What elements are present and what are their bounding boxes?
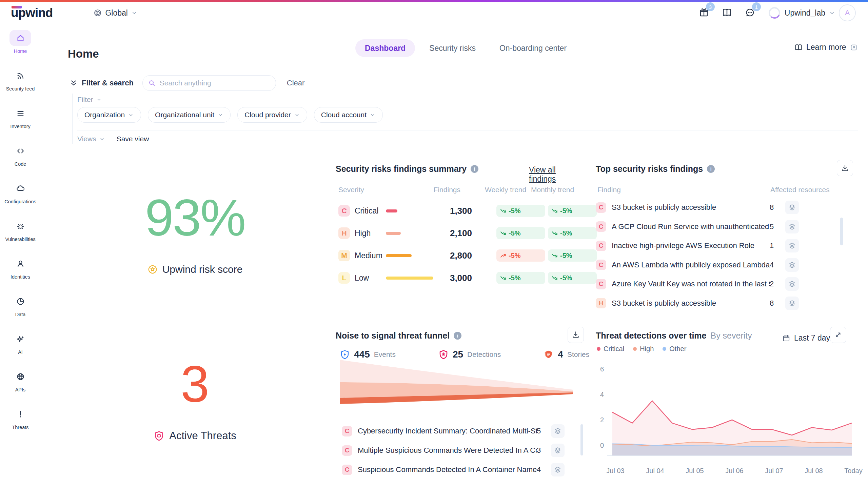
whats-new-button[interactable]: 3 [698,7,710,19]
upwind-logo[interactable]: upwind [11,6,53,20]
summary-col-findings: Findings [425,186,460,194]
view-all-findings-link[interactable]: View all findings [529,165,580,184]
sidebar-item[interactable]: APIs [0,368,41,402]
expand-button[interactable] [830,327,846,343]
book-icon [722,7,732,18]
clear-button[interactable]: Clear [287,79,305,87]
resources-button[interactable] [785,277,799,291]
sidebar-item-icon [9,67,31,84]
book-icon [794,43,803,52]
funnel-stat: 25 Detections [438,349,501,360]
tab-label: On-boarding center [499,44,567,53]
top-findings-col-finding: Finding [597,186,621,194]
story-row[interactable]: C Cybersecurity Incident Summary: Coordi… [342,422,565,440]
funnel-stat-value: 445 [354,349,370,360]
sidebar-item[interactable]: Code [0,143,41,176]
avatar[interactable]: A [839,4,856,21]
filter-dropdown[interactable]: Filter [77,96,102,104]
sidebar-item-icon [9,143,31,159]
findings-count: 1,300 [437,206,472,216]
resources-button[interactable] [551,424,565,438]
resources-button[interactable] [785,239,799,252]
layers-icon [788,280,796,288]
summary-row[interactable]: L Low 3,000 -5% -5% [336,268,597,287]
finding-text: A GCP Cloud Run Service with unauthentic… [612,222,770,231]
double-chevron-down-icon[interactable] [70,79,78,87]
stories-shield-icon [544,349,554,360]
sidebar-item[interactable]: Security feed [0,67,41,101]
docs-button[interactable] [722,7,733,19]
search-box[interactable] [142,75,276,91]
affected-resources-count: 1 [770,241,780,250]
sidebar-item[interactable]: AI [0,331,41,364]
severity-bar-track [386,232,437,235]
sidebar-item[interactable]: Vulnerabilities [0,218,41,251]
learn-more-button[interactable]: Learn more [794,43,858,52]
sidebar-item-label: Inventory [10,124,31,129]
expand-icon [834,330,843,339]
sidebar-item[interactable]: Home [0,30,41,63]
finding-row[interactable]: C A GCP Cloud Run Service with unauthent… [596,218,799,236]
sidebar-item[interactable]: Configurations [0,180,41,214]
filter-pill-label: Organization [84,111,125,119]
filter-pill[interactable]: Organizational unit [148,107,231,123]
finding-row[interactable]: C Inactive high-privilege AWS Execution … [596,237,799,255]
tab[interactable]: Dashboard [355,39,415,57]
resources-button[interactable] [551,444,565,457]
filter-pill[interactable]: Cloud provider [237,107,307,123]
finding-row[interactable]: H S3 bucket is publicly accessible 8 [596,294,799,312]
info-icon[interactable]: i [707,165,715,173]
summary-row[interactable]: C Critical 1,300 -5% -5% [336,201,597,220]
top-findings-panel-title: Top security risks findings i [596,164,715,174]
severity-bar-track [386,254,437,257]
notifications-button[interactable]: 1 [745,7,756,19]
finding-row[interactable]: C S3 bucket is publicly accessible 8 [596,199,799,216]
info-icon[interactable]: i [471,165,478,173]
filter-pill[interactable]: Cloud account [314,107,383,123]
filter-pill[interactable]: Organization [77,107,141,123]
resources-button[interactable] [785,201,799,214]
resources-button[interactable] [785,258,799,272]
tab-bar: Dashboard Security risks On-boarding cen… [355,39,576,57]
events-shield-icon [340,349,350,360]
tab[interactable]: Security risks [420,39,485,57]
finding-row[interactable]: C Azure Key Vault Key was not rotated in… [596,275,799,293]
download-button[interactable] [568,327,584,343]
summary-row[interactable]: H High 2,100 -5% -5% [336,224,597,243]
download-button[interactable] [837,160,853,176]
sidebar-item[interactable]: Data [0,293,41,327]
sidebar-item[interactable]: Identities [0,256,41,289]
info-icon[interactable]: i [454,332,461,340]
account-menu[interactable]: Upwind_lab A [768,4,856,21]
monthly-trend-badge: -5% [548,249,597,262]
top-findings-scrollbar[interactable] [840,218,843,245]
story-row[interactable]: C Multiple Suspicious Commands Were Dete… [342,442,565,459]
page-title: Home [68,47,99,60]
finding-text: S3 bucket is publicly accessible [612,299,770,308]
save-view-button[interactable]: Save view [117,135,149,143]
story-row[interactable]: C Suspicious Commands Detected In A Cont… [342,461,565,479]
resources-button[interactable] [785,297,799,310]
finding-text: An AWS Lambda with publicly exposed Lamb… [612,261,770,269]
svg-text:0: 0 [600,442,604,449]
severity-badge: C [596,260,606,270]
views-dropdown[interactable]: Views [77,135,105,143]
stories-scrollbar[interactable] [580,424,583,455]
sidebar-item-icon [9,368,31,385]
resources-button[interactable] [551,463,565,476]
x-axis-label: Jul 04 [636,467,674,475]
finding-row[interactable]: C An AWS Lambda with publicly exposed La… [596,256,799,274]
scope-selector[interactable]: Global [93,8,137,18]
tab[interactable]: On-boarding center [490,39,576,57]
resources-button[interactable] [785,220,799,233]
summary-row[interactable]: M Medium 2,800 -5% -5% [336,246,597,265]
search-input[interactable] [159,79,252,87]
severity-name: Low [355,273,386,283]
download-icon [571,330,580,339]
sidebar-item-label: AI [18,349,23,355]
layers-icon [788,299,796,307]
legend-dot [633,347,637,351]
sidebar-item[interactable]: Threats [0,406,41,440]
date-range-selector[interactable]: Last 7 days [782,333,834,343]
sidebar-item[interactable]: Inventory [0,105,41,139]
